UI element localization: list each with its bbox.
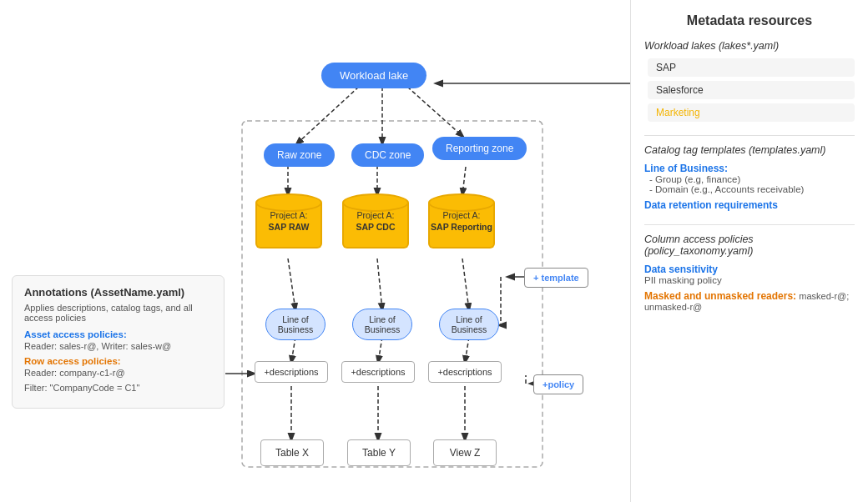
cdc-zone-node: CDC zone [351,143,424,167]
retention-label: Data retention requirements [644,199,855,211]
table-y-box: Table Y [347,439,411,466]
db-sap-raw: Project A: SAP RAW [255,193,322,258]
filter-text: Filter: "CompanyCode = C1" [24,383,212,393]
sensitivity-label: Data sensitivity [644,264,855,275]
lake-item-marketing: Marketing [648,103,855,122]
column-access-heading: Column access policies (policy_taxonomy.… [644,233,855,257]
svg-line-11 [378,337,382,363]
workload-lakes-list: SAP Salesforce Marketing [648,58,855,122]
svg-line-9 [462,259,469,310]
reporting-zone-node: Reporting zone [432,137,527,160]
panel-title: Metadata resources [644,13,855,28]
catalog-tags-section: Catalog tag templates (templates.yaml) L… [644,144,855,211]
template-button[interactable]: + template [524,268,588,288]
workload-lakes-heading: Workload lakes (lakes*.yaml) [644,40,855,52]
desc-box-2: +descriptions [341,361,415,383]
desc-box-1: +descriptions [255,361,328,383]
svg-line-7 [288,259,295,310]
annotations-box: Annotations (AssetName.yaml) Applies des… [12,275,225,409]
column-access-section: Column access policies (policy_taxonomy.… [644,233,855,312]
db-sap-reporting: Project A: SAP Reporting [428,193,495,258]
divider-2 [644,224,855,225]
diagram-area: Workload lake Raw zone CDC zone Reportin… [0,0,634,502]
right-panel: Metadata resources Workload lakes (lakes… [630,0,868,502]
view-z-box: View Z [433,439,497,466]
policy-button[interactable]: +policy [533,374,583,394]
lob-node-2: Line ofBusiness [352,309,412,340]
catalog-tags-heading: Catalog tag templates (templates.yaml) [644,144,855,156]
lob-node-3: Line ofBusiness [439,309,499,340]
asset-access-label: Asset access policies: [24,329,212,339]
svg-line-6 [462,167,466,195]
asset-access-text: Reader: sales-r@, Writer: sales-w@ [24,341,212,351]
pii-label: PII masking policy [644,275,855,285]
table-x-box: Table X [260,439,324,466]
masked-label: Masked and unmasked readers: [644,290,796,302]
divider-1 [644,135,855,136]
row-access-label: Row access policies: [24,356,212,366]
policy-content: Data sensitivity PII masking policy Mask… [644,264,855,312]
workload-lake-node: Workload lake [321,63,426,88]
raw-zone-node: Raw zone [264,143,335,167]
svg-line-3 [407,87,463,137]
lake-item-salesforce: Salesforce [648,81,855,99]
annotations-description: Applies descriptions, catalog tags, and … [24,303,212,323]
svg-line-1 [296,87,359,144]
row-access-text: Reader: company-c1-r@ [24,368,212,378]
svg-rect-0 [242,121,542,467]
catalog-item-2: - Domain (e.g., Accounts receivable) [649,184,855,194]
annotations-title: Annotations (AssetName.yaml) [24,286,212,299]
desc-box-3: +descriptions [428,361,502,383]
workload-lakes-section: Workload lakes (lakes*.yaml) SAP Salesfo… [644,40,855,122]
catalog-tags-content: Line of Business: - Group (e.g, finance)… [644,163,855,211]
svg-line-10 [291,337,295,363]
catalog-item-1: - Group (e.g, finance) [649,174,855,184]
lake-item-sap: SAP [648,58,855,77]
svg-line-12 [465,337,469,363]
db-sap-cdc: Project A: SAP CDC [342,193,409,258]
lob-node-1: Line ofBusiness [265,309,326,340]
svg-line-8 [377,259,382,310]
lob-label: Line of Business: [644,163,855,174]
